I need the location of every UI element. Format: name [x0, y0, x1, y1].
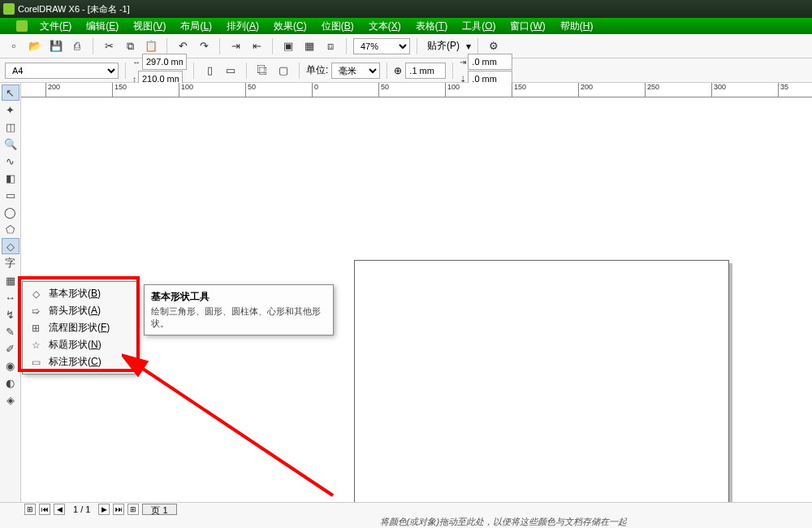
undo-icon[interactable]: ↶ — [174, 37, 192, 55]
page-prev-icon[interactable]: ◀ — [54, 504, 65, 515]
launch-icon[interactable]: ▣ — [279, 37, 297, 55]
tool-eyedropper[interactable]: ✐ — [2, 340, 19, 357]
toolbar-property: A4 ↔ ↕ ▯ ▭ ⿻ ▢ 单位: 毫米 ⊕ ⇥ ⇣ — [0, 58, 812, 83]
flyout-item-1[interactable]: ➯箭头形状(A) — [23, 302, 137, 319]
tool-fill[interactable]: ◐ — [2, 374, 19, 391]
page-width-icon: ↔ — [132, 58, 140, 67]
page-add-before-icon[interactable]: ⊞ — [24, 504, 36, 515]
tool-rectangle[interactable]: ▭ — [2, 187, 19, 203]
tool-freehand[interactable]: ∿ — [2, 153, 19, 169]
menu-b[interactable]: 位图(B) — [314, 19, 361, 33]
open-icon[interactable]: 📂 — [26, 37, 44, 55]
ruler-tick: 300 — [711, 83, 726, 97]
tool-ellipse[interactable]: ◯ — [2, 204, 19, 220]
zoom-select[interactable]: 47% — [353, 38, 410, 54]
flyout-item-icon: ☆ — [29, 340, 42, 351]
menu-l[interactable]: 布局(L) — [173, 19, 219, 33]
statusbar: ⊞ ⏮ ◀ 1 / 1 ▶ ⏭ ⊞ 页 1 将颜色(或对象)拖动至此处，以便将这… — [0, 502, 812, 528]
tool-connector[interactable]: ↯ — [2, 306, 19, 322]
options2-icon[interactable]: ⚙ — [485, 37, 503, 55]
save-icon[interactable]: 💾 — [47, 37, 65, 55]
tool-interactivefill[interactable]: ◈ — [2, 392, 19, 408]
separator — [193, 63, 194, 79]
menubar: 文件(F)编辑(E)视图(V)布局(L)排列(A)效果(C)位图(B)文本(X)… — [0, 18, 812, 34]
export-icon[interactable]: ⇤ — [248, 37, 266, 55]
tool-text[interactable]: 字 — [2, 255, 19, 271]
menu-e[interactable]: 编辑(E) — [79, 19, 126, 33]
menu-x[interactable]: 文本(X) — [361, 19, 408, 33]
flyout-item-4[interactable]: ▭标注形状(C) — [23, 353, 137, 370]
tool-pick[interactable]: ↖ — [2, 84, 19, 101]
new-icon[interactable]: ▫ — [5, 37, 23, 55]
menu-a[interactable]: 排列(A) — [219, 19, 266, 33]
flyout-item-2[interactable]: ⊞流程图形状(F) — [23, 319, 137, 336]
separator — [272, 38, 273, 54]
units-select[interactable]: 毫米 — [331, 63, 380, 79]
tool-outline[interactable]: ◉ — [2, 357, 19, 374]
flyout-item-label: 流程图形状(F) — [49, 321, 110, 335]
welcome-icon[interactable]: ▦ — [300, 37, 318, 55]
ruler-tick: 150 — [112, 83, 127, 97]
menu-f[interactable]: 文件(F) — [32, 19, 79, 33]
menu-w[interactable]: 窗口(W) — [503, 19, 552, 33]
import-icon[interactable]: ⇥ — [227, 37, 244, 55]
ruler-tick: 50 — [245, 83, 256, 97]
tool-shape[interactable]: ✦ — [2, 102, 19, 118]
page-first-icon[interactable]: ⏮ — [39, 504, 50, 515]
tool-smartfill[interactable]: ◧ — [2, 170, 19, 186]
copy-icon[interactable]: ⧉ — [121, 37, 139, 55]
menu-o[interactable]: 工具(O) — [455, 19, 503, 33]
thispage-icon[interactable]: ▢ — [274, 62, 292, 80]
snap-label[interactable]: 贴齐(P) — [424, 39, 463, 53]
separator — [387, 63, 387, 79]
allpages-icon[interactable]: ⿻ — [253, 62, 271, 80]
canvas-page[interactable] — [354, 260, 729, 528]
separator — [299, 63, 300, 79]
portrait-icon[interactable]: ▯ — [201, 62, 218, 80]
tool-basicshapes[interactable]: ◇ — [2, 238, 19, 254]
print-icon[interactable]: ⎙ — [68, 37, 86, 55]
tool-interactive[interactable]: ✎ — [2, 323, 19, 340]
cut-icon[interactable]: ✂ — [100, 37, 118, 55]
separator — [219, 38, 220, 54]
menu-t[interactable]: 表格(T) — [408, 19, 455, 33]
page-width-input[interactable] — [142, 54, 187, 70]
landscape-icon[interactable]: ▭ — [222, 62, 240, 80]
flyout-item-label: 基本形状(B) — [49, 287, 101, 301]
redo-icon[interactable]: ↷ — [195, 37, 213, 55]
separator — [452, 63, 453, 79]
tool-dimension[interactable]: ↔ — [2, 289, 19, 305]
flyout-item-0[interactable]: ◇基本形状(B) — [23, 285, 137, 302]
tool-crop[interactable]: ◫ — [2, 119, 19, 135]
menu-h[interactable]: 帮助(H) — [553, 19, 601, 33]
toolbox: ↖ ✦ ◫ 🔍 ∿ ◧ ▭ ◯ ⬠ ◇ 字 ▦ ↔ ↯ ✎ ✐ ◉ ◐ ◈ — [0, 83, 21, 502]
page-tab[interactable]: 页 1 — [142, 504, 176, 515]
separator — [246, 63, 247, 79]
tooltip: 基本形状工具 绘制三角形、圆形、圆柱体、心形和其他形状。 — [144, 284, 334, 335]
shapes-flyout: ◇基本形状(B)➯箭头形状(A)⊞流程图形状(F)☆标题形状(N)▭标注形状(C… — [22, 281, 138, 374]
separator — [346, 38, 347, 54]
tool-zoom[interactable]: 🔍 — [2, 136, 19, 152]
flyout-item-label: 标题形状(N) — [49, 338, 102, 352]
page-last-icon[interactable]: ⏭ — [113, 504, 124, 515]
ruler-tick: 100 — [179, 83, 193, 97]
tooltip-description: 绘制三角形、圆形、圆柱体、心形和其他形状。 — [151, 305, 326, 330]
separator — [93, 38, 93, 54]
tool-table[interactable]: ▦ — [2, 272, 19, 288]
menubar-logo-icon — [16, 20, 28, 32]
flyout-item-icon: ➯ — [29, 305, 42, 317]
doc-title: [未命名 -1] — [88, 3, 130, 15]
nudge-input[interactable] — [405, 63, 446, 79]
workspace[interactable] — [21, 97, 812, 502]
dupx-input[interactable] — [468, 54, 512, 70]
tool-polygon[interactable]: ⬠ — [2, 221, 19, 237]
flyout-item-3[interactable]: ☆标题形状(N) — [23, 336, 137, 353]
paper-size-select[interactable]: A4 — [5, 63, 119, 79]
menu-v[interactable]: 视图(V) — [126, 19, 173, 33]
paste-icon[interactable]: 📋 — [142, 37, 160, 55]
menu-c[interactable]: 效果(C) — [266, 19, 314, 33]
status-text: 将颜色(或对象)拖动至此处，以便将这些颜色与文档存储在一起 — [0, 515, 812, 528]
page-add-after-icon[interactable]: ⊞ — [127, 504, 139, 515]
page-next-icon[interactable]: ▶ — [98, 504, 110, 515]
options-icon[interactable]: ⧈ — [322, 37, 339, 55]
